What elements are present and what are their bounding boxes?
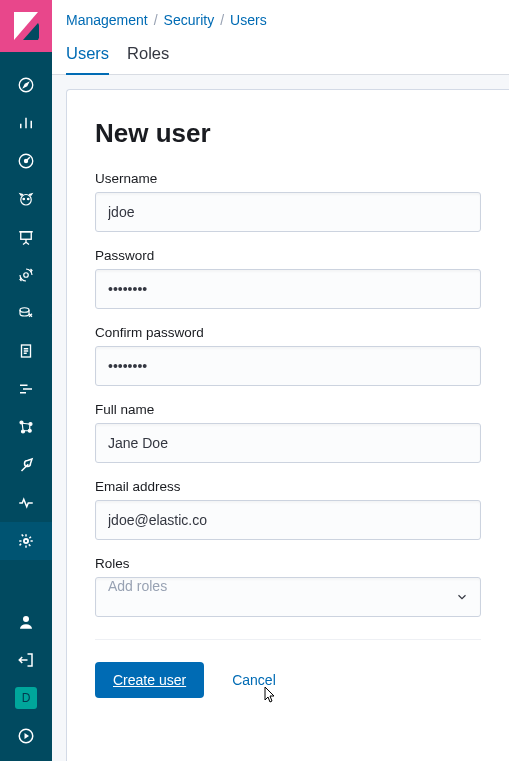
breadcrumb-separator: / [154, 12, 158, 28]
logout-icon [17, 651, 35, 669]
fullname-label: Full name [95, 402, 481, 417]
form-actions: Create user Cancel [95, 662, 481, 698]
svg-point-11 [29, 423, 32, 426]
nav-canvas[interactable] [0, 218, 52, 256]
nav-discover[interactable] [0, 66, 52, 104]
breadcrumb: Management / Security / Users [52, 0, 509, 34]
nav-visualize[interactable] [0, 104, 52, 142]
breadcrumb-management[interactable]: Management [66, 12, 148, 28]
email-label: Email address [95, 479, 481, 494]
canvas-icon [17, 228, 35, 246]
form-divider [95, 639, 481, 640]
password-input[interactable] [95, 269, 481, 309]
fullname-input[interactable] [95, 423, 481, 463]
nav-monitoring[interactable] [0, 484, 52, 522]
svg-point-14 [23, 616, 29, 622]
nav-apm[interactable] [0, 370, 52, 408]
svg-point-13 [28, 429, 31, 432]
circular-arrows-icon [17, 266, 35, 284]
svg-point-8 [20, 308, 29, 313]
timelion-icon [17, 190, 35, 208]
nav-ml[interactable] [0, 408, 52, 446]
nav-account[interactable] [0, 603, 52, 641]
bar-chart-icon [17, 114, 35, 132]
main-content: Management / Security / Users Users Role… [52, 0, 509, 761]
tab-users[interactable]: Users [66, 38, 109, 75]
user-icon [17, 613, 35, 631]
breadcrumb-security[interactable]: Security [164, 12, 215, 28]
svg-point-5 [28, 198, 30, 200]
sidebar-nav-bottom: D [0, 603, 52, 755]
nav-logs[interactable] [0, 332, 52, 370]
cancel-button[interactable]: Cancel [232, 672, 276, 688]
nav-maps[interactable] [0, 256, 52, 294]
nav-collapse[interactable] [0, 717, 52, 755]
security-tabs: Users Roles [52, 34, 509, 75]
confirm-password-label: Confirm password [95, 325, 481, 340]
confirm-password-input[interactable] [95, 346, 481, 386]
create-user-button[interactable]: Create user [95, 662, 204, 698]
breadcrumb-users[interactable]: Users [230, 12, 267, 28]
content-area: New user Username Password Confirm passw… [52, 75, 509, 761]
heartbeat-icon [17, 494, 35, 512]
svg-point-3 [21, 195, 32, 206]
gauge-icon [17, 152, 35, 170]
nav-dashboard[interactable] [0, 142, 52, 180]
new-user-panel: New user Username Password Confirm passw… [66, 89, 509, 761]
password-label: Password [95, 248, 481, 263]
email-input[interactable] [95, 500, 481, 540]
tab-roles[interactable]: Roles [127, 38, 169, 75]
logs-icon [17, 342, 35, 360]
page-title: New user [95, 118, 481, 149]
compass-icon [17, 76, 35, 94]
play-circle-icon [17, 727, 35, 745]
nav-devtools[interactable] [0, 446, 52, 484]
nav-profile-badge[interactable]: D [0, 679, 52, 717]
mouse-cursor-icon [259, 686, 277, 708]
nav-logout[interactable] [0, 641, 52, 679]
gear-icon [17, 532, 35, 550]
nav-infra[interactable] [0, 294, 52, 332]
svg-point-7 [24, 273, 29, 278]
svg-rect-6 [21, 232, 32, 240]
username-input[interactable] [95, 192, 481, 232]
infra-icon [17, 304, 35, 322]
sidebar-nav-top [0, 66, 52, 560]
roles-combobox[interactable]: Add roles [95, 577, 481, 617]
kibana-logo[interactable] [0, 0, 52, 52]
ml-icon [17, 418, 35, 436]
nav-timelion[interactable] [0, 180, 52, 218]
nav-management[interactable] [0, 522, 52, 560]
roles-label: Roles [95, 556, 481, 571]
app-sidebar: D [0, 0, 52, 761]
wrench-icon [17, 456, 35, 474]
kibana-logo-icon [13, 11, 39, 41]
apm-icon [17, 380, 35, 398]
breadcrumb-separator: / [220, 12, 224, 28]
profile-initial-badge: D [15, 687, 37, 709]
svg-point-4 [23, 198, 25, 200]
username-label: Username [95, 171, 481, 186]
